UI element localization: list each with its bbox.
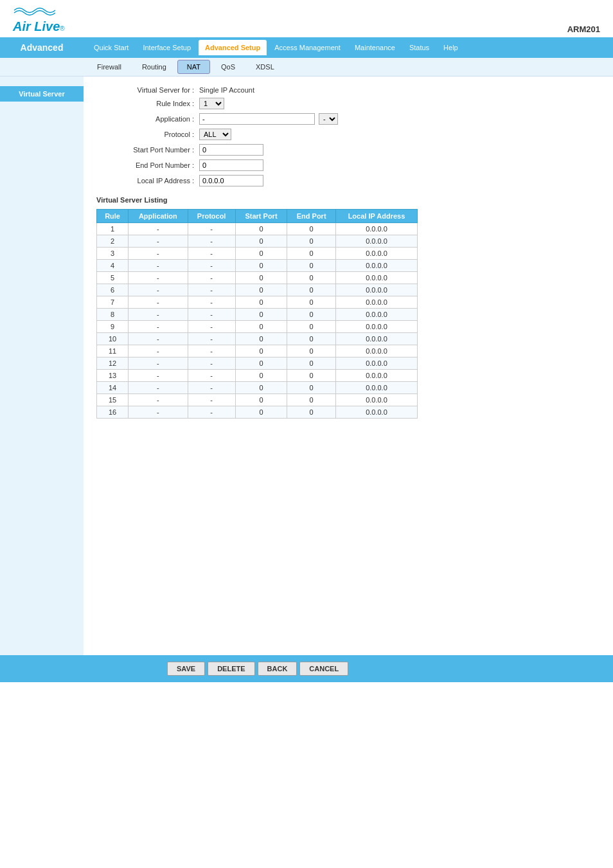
cell-app: - — [129, 370, 188, 382]
cell-app: - — [129, 345, 188, 357]
cell-start-port: 0 — [235, 370, 287, 382]
logo: Air Live ® — [13, 6, 65, 34]
protocol-select[interactable]: ALL TCP UDP — [199, 129, 231, 140]
cell-local-ip: 0.0.0.0 — [335, 235, 417, 248]
logo-reg: ® — [60, 25, 64, 32]
table-row[interactable]: 7 - - 0 0 0.0.0.0 — [97, 296, 418, 309]
cell-app: - — [129, 321, 188, 333]
col-local-ip: Local IP Address — [335, 210, 417, 223]
sub-nav-qos[interactable]: QoS — [211, 60, 245, 74]
sub-nav-firewall[interactable]: Firewall — [87, 60, 131, 74]
cell-end-port: 0 — [287, 260, 336, 272]
delete-button[interactable]: DELETE — [208, 662, 254, 676]
cell-start-port: 0 — [235, 406, 287, 419]
table-row[interactable]: 6 - - 0 0 0.0.0.0 — [97, 284, 418, 296]
start-port-label: Start Port Number : — [96, 146, 199, 154]
logo-text: Air Live — [13, 19, 60, 34]
cell-end-port: 0 — [287, 406, 336, 419]
nav-item-access-mgmt[interactable]: Access Management — [268, 40, 347, 55]
table-row[interactable]: 9 - - 0 0 0.0.0.0 — [97, 321, 418, 333]
nav-item-maintenance[interactable]: Maintenance — [348, 40, 402, 55]
table-row[interactable]: 14 - - 0 0 0.0.0.0 — [97, 382, 418, 394]
cell-local-ip: 0.0.0.0 — [335, 345, 417, 357]
local-ip-input[interactable] — [199, 175, 263, 186]
rule-index-value: 1234 5678 9101112 13141516 — [199, 98, 224, 109]
application-row: Application : - — [96, 113, 600, 125]
cell-protocol: - — [188, 382, 235, 394]
cancel-button[interactable]: CANCEL — [299, 662, 348, 676]
model-name: ARM201 — [567, 24, 600, 34]
cell-end-port: 0 — [287, 370, 336, 382]
form-section: Virtual Server for : Single IP Account R… — [96, 86, 600, 186]
table-row[interactable]: 12 - - 0 0 0.0.0.0 — [97, 357, 418, 370]
application-select[interactable]: - — [319, 113, 338, 125]
cell-local-ip: 0.0.0.0 — [335, 333, 417, 345]
table-row[interactable]: 15 - - 0 0 0.0.0.0 — [97, 394, 418, 406]
cell-protocol: - — [188, 370, 235, 382]
cell-rule: 2 — [97, 235, 129, 248]
form-title-value: Single IP Account — [199, 86, 254, 94]
nav-item-quick-start[interactable]: Quick Start — [87, 40, 135, 55]
cell-end-port: 0 — [287, 284, 336, 296]
table-body: 1 - - 0 0 0.0.0.0 2 - - 0 0 0.0.0.0 3 - … — [97, 223, 418, 419]
cell-rule: 14 — [97, 382, 129, 394]
cell-protocol: - — [188, 248, 235, 260]
cell-end-port: 0 — [287, 321, 336, 333]
save-button[interactable]: SAVE — [167, 662, 205, 676]
table-row[interactable]: 1 - - 0 0 0.0.0.0 — [97, 223, 418, 235]
table-row[interactable]: 13 - - 0 0 0.0.0.0 — [97, 370, 418, 382]
rule-index-select[interactable]: 1234 5678 9101112 13141516 — [199, 98, 224, 109]
cell-app: - — [129, 248, 188, 260]
nav-item-status[interactable]: Status — [403, 40, 436, 55]
table-row[interactable]: 2 - - 0 0 0.0.0.0 — [97, 235, 418, 248]
end-port-row: End Port Number : — [96, 159, 600, 171]
sub-nav-routing[interactable]: Routing — [132, 60, 176, 74]
end-port-value — [199, 159, 263, 171]
back-button[interactable]: BACK — [258, 662, 298, 676]
cell-start-port: 0 — [235, 333, 287, 345]
sub-nav-xdsl[interactable]: XDSL — [246, 60, 284, 74]
table-row[interactable]: 8 - - 0 0 0.0.0.0 — [97, 309, 418, 321]
table-row[interactable]: 4 - - 0 0 0.0.0.0 — [97, 260, 418, 272]
application-input[interactable] — [199, 113, 315, 125]
cell-protocol: - — [188, 333, 235, 345]
nav-item-advanced-setup[interactable]: Advanced Setup — [199, 40, 267, 55]
cell-protocol: - — [188, 357, 235, 370]
cell-rule: 3 — [97, 248, 129, 260]
left-sidebar: Virtual Server — [0, 77, 84, 655]
cell-local-ip: 0.0.0.0 — [335, 272, 417, 284]
col-protocol: Protocol — [188, 210, 235, 223]
cell-start-port: 0 — [235, 357, 287, 370]
cell-end-port: 0 — [287, 345, 336, 357]
cell-app: - — [129, 309, 188, 321]
cell-start-port: 0 — [235, 223, 287, 235]
cell-local-ip: 0.0.0.0 — [335, 248, 417, 260]
protocol-value: ALL TCP UDP — [199, 129, 231, 140]
sub-nav-nat[interactable]: NAT — [177, 60, 210, 74]
rule-index-row: Rule Index : 1234 5678 9101112 13141516 — [96, 98, 600, 109]
cell-start-port: 0 — [235, 248, 287, 260]
table-row[interactable]: 11 - - 0 0 0.0.0.0 — [97, 345, 418, 357]
cell-start-port: 0 — [235, 260, 287, 272]
nav-item-help[interactable]: Help — [437, 40, 465, 55]
cell-protocol: - — [188, 309, 235, 321]
cell-end-port: 0 — [287, 357, 336, 370]
start-port-input[interactable] — [199, 144, 263, 156]
cell-local-ip: 0.0.0.0 — [335, 370, 417, 382]
table-row[interactable]: 10 - - 0 0 0.0.0.0 — [97, 333, 418, 345]
table-row[interactable]: 5 - - 0 0 0.0.0.0 — [97, 272, 418, 284]
start-port-row: Start Port Number : — [96, 144, 600, 156]
cell-protocol: - — [188, 406, 235, 419]
cell-protocol: - — [188, 223, 235, 235]
cell-app: - — [129, 272, 188, 284]
cell-end-port: 0 — [287, 223, 336, 235]
table-row[interactable]: 16 - - 0 0 0.0.0.0 — [97, 406, 418, 419]
cell-app: - — [129, 357, 188, 370]
cell-app: - — [129, 235, 188, 248]
cell-local-ip: 0.0.0.0 — [335, 223, 417, 235]
cell-local-ip: 0.0.0.0 — [335, 382, 417, 394]
cell-start-port: 0 — [235, 296, 287, 309]
nav-item-interface-setup[interactable]: Interface Setup — [136, 40, 197, 55]
table-row[interactable]: 3 - - 0 0 0.0.0.0 — [97, 248, 418, 260]
end-port-input[interactable] — [199, 159, 263, 171]
